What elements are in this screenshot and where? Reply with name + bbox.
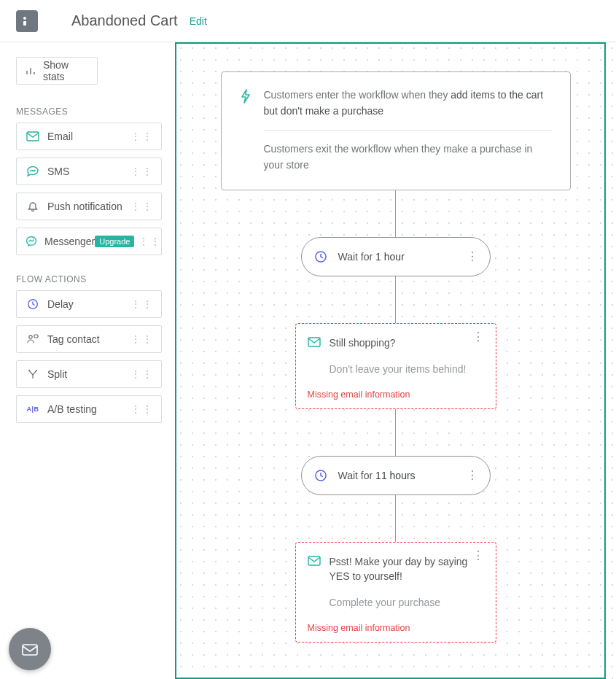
email-node-error: Missing email information	[308, 389, 484, 400]
connector	[395, 495, 396, 542]
show-stats-label: Show stats	[43, 59, 88, 82]
palette-item-ab-testing[interactable]: A|B A/B testing	[16, 395, 162, 423]
email-node-2[interactable]: Psst! Make your day by saying YES to you…	[295, 542, 496, 643]
drag-handle-icon[interactable]	[130, 302, 154, 306]
delay-value: 11 hours	[375, 470, 415, 481]
bell-icon	[26, 201, 40, 212]
clock-icon	[313, 250, 328, 263]
support-chat-button[interactable]	[9, 628, 51, 670]
delay-prefix: Wait for	[338, 470, 376, 481]
more-icon[interactable]	[472, 554, 484, 557]
palette-item-email[interactable]: Email	[16, 123, 162, 150]
palette-item-label: Push notification	[47, 201, 130, 212]
delay-prefix: Wait for	[338, 251, 376, 263]
clock-icon	[313, 469, 328, 482]
drag-handle-icon[interactable]	[130, 337, 154, 341]
connector	[395, 409, 396, 456]
svg-rect-1	[23, 21, 26, 26]
email-node-title: Psst! Make your day by saying YES to you…	[330, 554, 472, 584]
palette-item-label: Tag contact	[47, 333, 130, 345]
svg-point-7	[33, 171, 34, 171]
palette-item-sms[interactable]: SMS	[16, 158, 162, 185]
delay-node-2[interactable]: Wait for 11 hours	[301, 456, 491, 495]
palette-item-delay[interactable]: Delay	[16, 290, 162, 318]
palette-item-label: A/B testing	[47, 403, 130, 415]
trigger-exit-prefix: Customers exit the workflow when they	[264, 143, 444, 155]
svg-rect-17	[308, 556, 320, 565]
palette-item-messenger[interactable]: Messenger Upgrade	[16, 228, 162, 255]
upgrade-badge[interactable]: Upgrade	[95, 236, 134, 247]
mail-icon	[308, 337, 321, 347]
email-node-error: Missing email information	[308, 623, 484, 633]
palette-item-label: Messenger	[44, 236, 95, 247]
delay-node-1[interactable]: Wait for 1 hour	[301, 237, 491, 276]
palette-item-label: Delay	[47, 298, 130, 310]
palette-item-split[interactable]: Split	[16, 360, 162, 388]
workflow-canvas[interactable]: Customers enter the workflow when they a…	[175, 42, 616, 679]
svg-rect-5	[27, 132, 39, 141]
mail-icon	[308, 556, 321, 566]
palette-item-label: SMS	[47, 166, 130, 177]
email-node-subtitle: Complete your purchase	[330, 597, 484, 608]
more-icon[interactable]	[472, 335, 484, 338]
split-icon	[26, 368, 40, 380]
svg-point-13	[36, 370, 37, 371]
drag-handle-icon[interactable]	[130, 372, 154, 376]
more-icon[interactable]	[467, 255, 478, 258]
svg-rect-11	[34, 335, 38, 338]
palette-item-push[interactable]: Push notification	[16, 193, 162, 220]
trigger-enter-prefix: Customers enter the workflow when they	[264, 89, 451, 101]
drag-handle-icon[interactable]	[139, 239, 162, 244]
drag-handle-icon[interactable]	[130, 169, 154, 174]
more-icon[interactable]	[467, 474, 478, 477]
delay-label: Wait for 11 hours	[338, 470, 467, 481]
page-title: Abandoned Cart	[71, 12, 178, 29]
drag-handle-icon[interactable]	[130, 407, 154, 411]
palette-item-tag-contact[interactable]: Tag contact	[16, 325, 162, 353]
flow-section-label: FLOW ACTIONS	[16, 274, 159, 284]
mail-open-icon	[20, 639, 40, 659]
stats-icon	[26, 66, 36, 76]
mail-icon	[26, 131, 40, 141]
clock-icon	[26, 298, 40, 310]
drag-handle-icon[interactable]	[130, 134, 154, 139]
svg-rect-15	[308, 338, 320, 346]
tag-contact-icon	[26, 333, 40, 345]
show-stats-button[interactable]: Show stats	[16, 57, 98, 85]
svg-rect-18	[23, 645, 37, 655]
trigger-exit-text: Customers exit the workflow when they ma…	[264, 141, 553, 174]
trigger-enter-text: Customers enter the workflow when they a…	[264, 87, 553, 120]
palette-item-label: Email	[47, 131, 130, 142]
delay-label: Wait for 1 hour	[338, 251, 467, 263]
ab-testing-icon: A|B	[26, 406, 40, 413]
svg-point-12	[29, 370, 30, 371]
trigger-card[interactable]: Customers enter the workflow when they a…	[221, 71, 571, 190]
email-node-subtitle: Don't leave your items behind!	[330, 363, 484, 375]
sidebar: Show stats MESSAGES Email SMS Push notif…	[0, 42, 175, 679]
connector	[395, 190, 396, 237]
app-header: Abandoned Cart Edit	[0, 0, 616, 42]
svg-point-6	[31, 171, 31, 171]
svg-point-10	[29, 335, 32, 338]
drag-handle-icon[interactable]	[130, 204, 154, 209]
trigger-icon	[239, 88, 254, 120]
palette-item-label: Split	[47, 368, 130, 380]
divider	[264, 130, 553, 131]
edit-link[interactable]: Edit	[190, 15, 207, 27]
email-node-title: Still shopping?	[330, 335, 472, 350]
chat-icon	[26, 166, 40, 177]
app-logo	[16, 10, 38, 32]
svg-point-0	[23, 17, 26, 20]
delay-value: 1 hour	[375, 251, 405, 263]
messages-section-label: MESSAGES	[16, 106, 159, 117]
email-node-1[interactable]: Still shopping? Don't leave your items b…	[295, 323, 496, 409]
messenger-icon	[26, 236, 37, 247]
svg-point-8	[34, 171, 35, 171]
connector	[395, 276, 396, 323]
